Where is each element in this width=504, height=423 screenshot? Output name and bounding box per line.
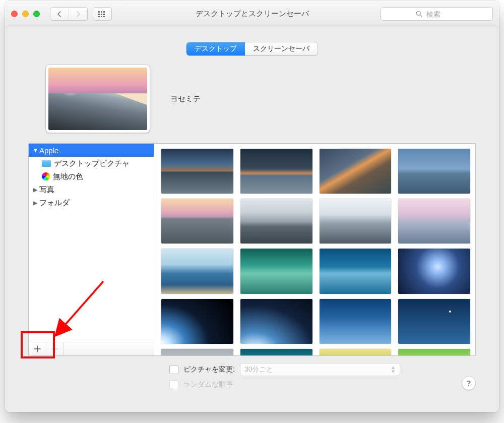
svg-line-10	[420, 15, 422, 17]
select-value: 30分ごと	[244, 365, 274, 374]
wallpaper-thumb[interactable]	[398, 349, 470, 355]
folder-icon	[42, 160, 51, 167]
current-wallpaper-name: ヨセミテ	[170, 94, 201, 104]
wallpaper-thumb[interactable]	[398, 299, 470, 344]
wallpaper-thumb[interactable]	[161, 349, 233, 355]
wallpaper-thumb[interactable]	[240, 249, 312, 293]
search-field-container[interactable]	[381, 7, 493, 21]
svg-rect-8	[103, 16, 105, 17]
sidebar-footer-spacer	[64, 342, 154, 355]
wallpaper-thumb[interactable]	[161, 149, 233, 194]
tab-switcher: デスクトップ スクリーンセーバ	[186, 42, 318, 55]
back-button[interactable]	[50, 8, 69, 20]
tree-label: フォルダ	[39, 198, 70, 208]
source-sidebar: ▼Apple デスクトップピクチャ 無地の色 ▶写真 ▶フォルダ	[29, 144, 154, 355]
source-and-thumbnails: ▼Apple デスクトップピクチャ 無地の色 ▶写真 ▶フォルダ	[28, 143, 476, 356]
wallpaper-thumb[interactable]	[240, 349, 312, 355]
wallpaper-thumb[interactable]	[398, 249, 470, 293]
wallpaper-thumb[interactable]	[161, 199, 233, 244]
wallpaper-thumb[interactable]	[240, 299, 312, 344]
change-picture-checkbox[interactable]	[169, 365, 178, 374]
tree-item-desktop-pictures[interactable]: デスクトップピクチャ	[29, 157, 154, 170]
wallpaper-thumb[interactable]	[161, 249, 233, 293]
minimize-button[interactable]	[22, 11, 29, 17]
wallpaper-thumb[interactable]	[240, 149, 312, 194]
chevron-updown-icon: ▲▼	[391, 366, 396, 374]
change-interval-select[interactable]: 30分ごと ▲▼	[240, 363, 400, 376]
tree-label: デスクトップピクチャ	[54, 159, 130, 168]
wallpaper-thumb[interactable]	[320, 149, 392, 194]
random-order-row: ランダムな順序	[169, 380, 476, 389]
tree-label: 写真	[39, 185, 54, 195]
zoom-button[interactable]	[33, 11, 40, 17]
preferences-window: デスクトップとスクリーンセーバ デスクトップ スクリーンセーバ ヨセミテ ▼Ap…	[5, 1, 499, 412]
forward-button[interactable]	[69, 8, 87, 20]
source-tree: ▼Apple デスクトップピクチャ 無地の色 ▶写真 ▶フォルダ	[29, 144, 154, 342]
wallpaper-thumb[interactable]	[398, 199, 470, 244]
wallpaper-thumb[interactable]	[161, 299, 233, 344]
remove-folder-button[interactable]	[46, 342, 64, 355]
tree-item-photos[interactable]: ▶写真	[29, 183, 154, 196]
change-picture-row: ピクチャを変更: 30分ごと ▲▼	[169, 363, 476, 376]
window-controls	[11, 11, 40, 17]
wallpaper-grid	[161, 149, 470, 355]
titlebar: デスクトップとスクリーンセーバ	[5, 1, 499, 27]
options-area: ピクチャを変更: 30分ごと ▲▼ ランダムな順序 ?	[28, 363, 476, 389]
change-picture-label: ピクチャを変更:	[183, 365, 235, 374]
wallpaper-image-yosemite	[48, 68, 147, 130]
show-all-button[interactable]	[93, 7, 112, 21]
random-order-label: ランダムな順序	[183, 380, 233, 389]
close-button[interactable]	[11, 11, 18, 17]
wallpaper-thumb[interactable]	[320, 349, 392, 355]
wallpaper-grid-area	[154, 144, 475, 355]
svg-rect-2	[103, 11, 105, 13]
tree-item-folders[interactable]: ▶フォルダ	[29, 196, 154, 209]
nav-back-forward	[50, 7, 88, 21]
random-order-checkbox	[169, 380, 178, 389]
svg-rect-5	[103, 14, 105, 15]
wallpaper-thumb[interactable]	[398, 149, 470, 194]
minus-icon	[51, 345, 58, 352]
plus-icon	[34, 345, 41, 352]
sidebar-footer	[29, 342, 154, 355]
tree-item-solid-colors[interactable]: 無地の色	[29, 170, 154, 183]
svg-rect-3	[98, 14, 100, 15]
svg-rect-0	[98, 11, 100, 13]
help-button[interactable]: ?	[462, 376, 476, 390]
search-input[interactable]	[425, 10, 458, 19]
add-folder-button[interactable]	[29, 342, 46, 355]
tab-screensaver[interactable]: スクリーンセーバ	[245, 42, 318, 55]
tab-desktop[interactable]: デスクトップ	[186, 42, 245, 55]
wallpaper-thumb[interactable]	[240, 199, 312, 244]
svg-rect-4	[101, 14, 102, 15]
tree-label: Apple	[39, 146, 58, 155]
svg-rect-1	[101, 11, 102, 13]
wallpaper-thumb[interactable]	[320, 299, 392, 344]
tree-label: 無地の色	[53, 172, 83, 182]
tree-item-apple[interactable]: ▼Apple	[29, 144, 154, 157]
search-icon	[416, 11, 422, 17]
svg-rect-7	[101, 16, 102, 17]
wallpaper-thumb[interactable]	[320, 199, 392, 244]
svg-rect-6	[98, 16, 100, 17]
colorwheel-icon	[42, 172, 50, 180]
current-wallpaper-preview	[45, 65, 150, 133]
wallpaper-thumb[interactable]	[320, 249, 392, 293]
